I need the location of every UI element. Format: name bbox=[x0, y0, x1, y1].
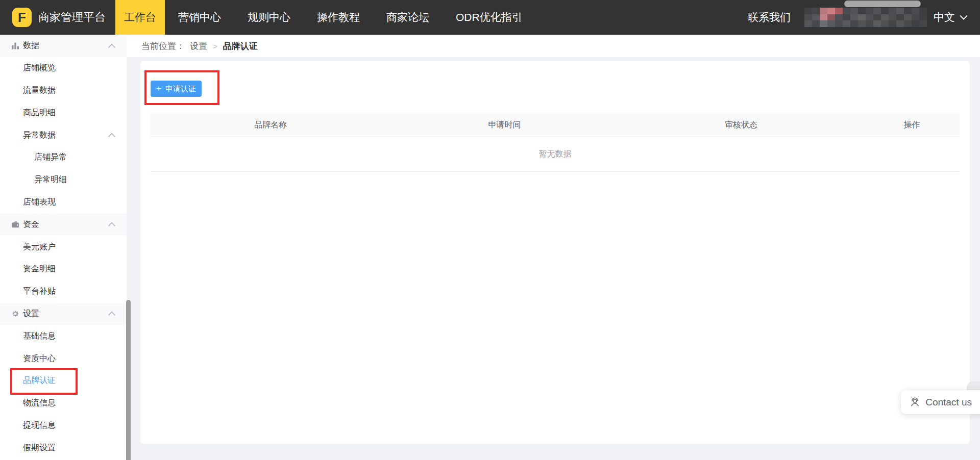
sidebar-item-label: 异常明细 bbox=[34, 174, 67, 185]
sidebar-item[interactable]: 资金 bbox=[0, 213, 127, 236]
sidebar-item[interactable]: 品牌认证 bbox=[0, 370, 127, 392]
content-card: + 申请认证 品牌名称 申请时间 审核状态 操作 暂无数据 bbox=[140, 61, 970, 444]
sidebar-item-label: 店铺概览 bbox=[23, 63, 56, 73]
sidebar-item-label: 商品明细 bbox=[23, 108, 56, 118]
logo-letter: F bbox=[18, 10, 26, 25]
top-navbar: F 商家管理平台 工作台 营销中心 规则中心 操作教程 商家论坛 ODR bbox=[0, 0, 980, 35]
navbar-tab[interactable]: 商家论坛 bbox=[373, 0, 443, 35]
sidebar-item[interactable]: 流量数据 bbox=[0, 80, 127, 102]
contact-us-button[interactable]: Contact us bbox=[901, 390, 980, 414]
table-column-header: 申请时间 bbox=[391, 120, 618, 131]
sidebar-item-label: 店铺表现 bbox=[23, 197, 56, 208]
sidebar-item-label: 物流信息 bbox=[23, 398, 56, 408]
navbar-tab-label: 商家论坛 bbox=[386, 10, 429, 24]
sidebar-item[interactable]: 平台补贴 bbox=[0, 280, 127, 303]
table-empty-row: 暂无数据 bbox=[151, 137, 960, 172]
app-title: 商家管理平台 bbox=[38, 10, 106, 25]
table-header-row: 品牌名称 申请时间 审核状态 操作 bbox=[151, 113, 960, 137]
table-column-header: 品牌名称 bbox=[151, 120, 391, 131]
sidebar-item[interactable]: 店铺表现 bbox=[0, 191, 127, 214]
table-column-header: 操作 bbox=[864, 120, 960, 131]
main-content: + 申请认证 品牌名称 申请时间 审核状态 操作 暂无数据 bbox=[127, 57, 980, 460]
sidebar-item[interactable]: 商品明细 bbox=[0, 101, 127, 124]
apply-certification-button[interactable]: + 申请认证 bbox=[151, 81, 202, 97]
breadcrumb: 当前位置： 设置 > 品牌认证 bbox=[127, 35, 980, 57]
sidebar-item[interactable]: 美元账户 bbox=[0, 236, 127, 258]
sidebar-item-label: 资金 bbox=[23, 219, 39, 230]
sidebar-item[interactable]: 资金明细 bbox=[0, 258, 127, 280]
table-column-header: 审核状态 bbox=[618, 120, 864, 131]
sidebar-item-label: 资金明细 bbox=[23, 264, 56, 274]
sidebar-item-label: 资质中心 bbox=[23, 353, 56, 364]
navbar-tab[interactable]: 营销中心 bbox=[165, 0, 234, 35]
sidebar-item-label: 店铺异常 bbox=[34, 152, 67, 163]
chevron-up-icon[interactable] bbox=[108, 222, 115, 229]
navbar-tab[interactable]: 操作教程 bbox=[304, 0, 373, 35]
navbar-tab-label: 规则中心 bbox=[248, 10, 290, 24]
sidebar-item-label: 平台补贴 bbox=[23, 286, 56, 297]
sidebar-item-label: 设置 bbox=[23, 309, 39, 319]
sidebar-item[interactable]: 异常明细 bbox=[0, 169, 127, 191]
breadcrumb-prefix: 当前位置： bbox=[141, 40, 185, 52]
apply-button-label: 申请认证 bbox=[165, 84, 196, 94]
certification-table: 品牌名称 申请时间 审核状态 操作 暂无数据 bbox=[151, 113, 960, 172]
sidebar-item-label: 异常数据 bbox=[23, 130, 56, 141]
breadcrumb-separator-icon: > bbox=[213, 42, 217, 50]
sidebar-item[interactable]: 异常数据 bbox=[0, 124, 127, 146]
sidebar-item[interactable]: 物流信息 bbox=[0, 392, 127, 415]
chevron-down-icon[interactable] bbox=[960, 12, 968, 20]
sidebar-item[interactable]: 店铺异常 bbox=[0, 146, 127, 169]
sidebar-item[interactable]: 设置 bbox=[0, 303, 127, 325]
sidebar-item-label: 品牌认证 bbox=[23, 375, 56, 386]
wallet-icon bbox=[11, 220, 20, 228]
redacted-username bbox=[804, 8, 927, 27]
sidebar-item[interactable]: 数据 bbox=[0, 35, 127, 57]
sidebar-item-label: 流量数据 bbox=[23, 85, 56, 96]
app-logo[interactable]: F bbox=[12, 8, 32, 27]
navbar-tab-label: 工作台 bbox=[124, 10, 156, 24]
sidebar-item[interactable]: 提现信息 bbox=[0, 415, 127, 437]
sidebar-item-label: 数据 bbox=[23, 40, 39, 51]
sidebar-item-label: 基础信息 bbox=[23, 331, 56, 342]
pixelated-censor-block bbox=[804, 8, 927, 27]
sidebar-item-label: 提现信息 bbox=[23, 420, 56, 431]
sidebar-item[interactable]: 基础信息 bbox=[0, 325, 127, 347]
breadcrumb-section[interactable]: 设置 bbox=[190, 40, 207, 52]
navbar-tab[interactable]: ODR优化指引 bbox=[443, 0, 536, 35]
contact-us-link[interactable]: 联系我们 bbox=[748, 10, 791, 24]
bar-chart-icon bbox=[11, 42, 19, 49]
redacted-highlight bbox=[844, 1, 921, 7]
sidebar-item-label: 美元账户 bbox=[23, 242, 56, 252]
chevron-up-icon[interactable] bbox=[108, 133, 115, 140]
sidebar-item-label: 假期设置 bbox=[23, 443, 56, 453]
empty-state-text: 暂无数据 bbox=[539, 149, 572, 160]
navbar-tab[interactable]: 规则中心 bbox=[234, 0, 304, 35]
plus-icon: + bbox=[156, 84, 161, 93]
chevron-up-icon[interactable] bbox=[108, 43, 115, 50]
headset-person-icon bbox=[909, 396, 921, 408]
navbar-tab[interactable]: 工作台 bbox=[115, 0, 165, 35]
navbar-right: 联系我们 中文 bbox=[748, 8, 966, 27]
language-selector[interactable]: 中文 bbox=[934, 10, 955, 24]
sidebar-scrollbar-thumb[interactable] bbox=[126, 300, 131, 460]
navbar-tabs: 工作台 营销中心 规则中心 操作教程 商家论坛 ODR优化指引 bbox=[115, 0, 536, 35]
sidebar-item[interactable]: 资质中心 bbox=[0, 347, 127, 370]
sidebar-item[interactable]: 店铺概览 bbox=[0, 57, 127, 80]
navbar-tab-label: 操作教程 bbox=[317, 10, 360, 24]
contact-us-label: Contact us bbox=[925, 397, 972, 408]
breadcrumb-current: 品牌认证 bbox=[223, 40, 258, 52]
chevron-up-icon[interactable] bbox=[108, 312, 115, 319]
sidebar-menu: 数据 店铺概览 流量数据 商品明细 异常数据 bbox=[0, 35, 127, 460]
navbar-tab-label: 营销中心 bbox=[178, 10, 221, 24]
navbar-tab-label: ODR优化指引 bbox=[456, 10, 523, 24]
sidebar-item[interactable]: 假期设置 bbox=[0, 437, 127, 459]
gear-icon bbox=[11, 310, 19, 318]
